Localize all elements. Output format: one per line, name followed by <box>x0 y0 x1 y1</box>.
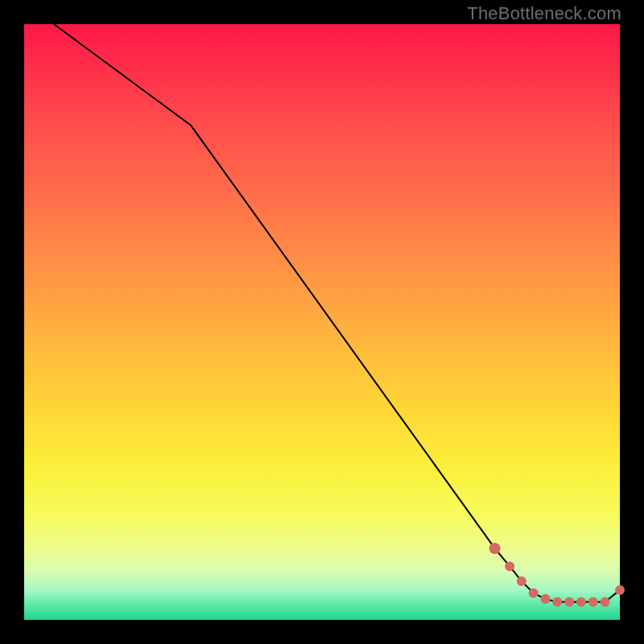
chart-frame: TheBottleneck.com <box>0 0 644 644</box>
data-point <box>564 597 574 607</box>
series-dots <box>489 543 625 607</box>
data-point <box>588 597 598 607</box>
data-point <box>517 576 526 586</box>
data-point <box>505 561 514 571</box>
watermark-text: TheBottleneck.com <box>467 3 621 24</box>
data-point <box>489 543 501 554</box>
data-point <box>541 594 551 604</box>
chart-overlay <box>24 24 620 620</box>
data-point <box>552 597 562 607</box>
data-point <box>576 597 586 607</box>
data-point <box>601 597 610 607</box>
data-point <box>529 588 539 598</box>
data-point <box>615 585 625 595</box>
curve-path <box>54 24 620 602</box>
series-curve <box>54 24 620 602</box>
